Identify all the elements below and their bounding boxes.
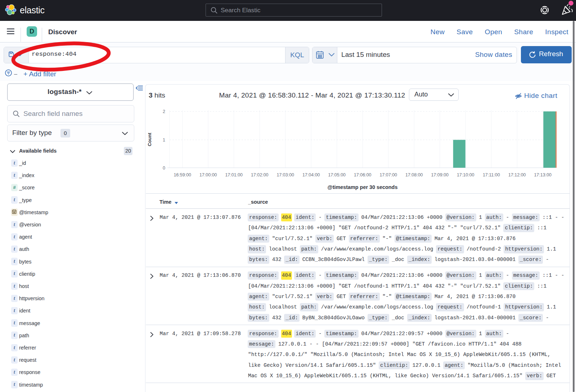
svg-text:17:12:00: 17:12:00 — [508, 172, 526, 177]
svg-text:17:11:00: 17:11:00 — [483, 172, 500, 177]
svg-text:17:13:00: 17:13:00 — [534, 172, 552, 177]
svg-text:1: 1 — [163, 138, 165, 143]
svg-text:Count: Count — [147, 132, 152, 146]
svg-text:@timestamp per 30 seconds: @timestamp per 30 seconds — [328, 184, 398, 190]
svg-text:17:09:00: 17:09:00 — [431, 172, 449, 177]
svg-text:17:07:00: 17:07:00 — [379, 172, 397, 177]
svg-text:2: 2 — [163, 109, 165, 114]
svg-text:17:00:00: 17:00:00 — [199, 172, 217, 177]
svg-text:16:59:00: 16:59:00 — [174, 172, 191, 177]
svg-text:17:02:00: 17:02:00 — [251, 172, 269, 177]
svg-text:17:03:00: 17:03:00 — [276, 172, 294, 177]
svg-text:17:10:00: 17:10:00 — [457, 172, 474, 177]
svg-text:17:06:00: 17:06:00 — [354, 172, 372, 177]
svg-text:0: 0 — [163, 166, 165, 171]
svg-text:17:08:00: 17:08:00 — [405, 172, 423, 177]
svg-text:17:04:00: 17:04:00 — [302, 172, 320, 177]
svg-text:17:05:00: 17:05:00 — [328, 172, 346, 177]
svg-text:17:01:00: 17:01:00 — [225, 172, 243, 177]
